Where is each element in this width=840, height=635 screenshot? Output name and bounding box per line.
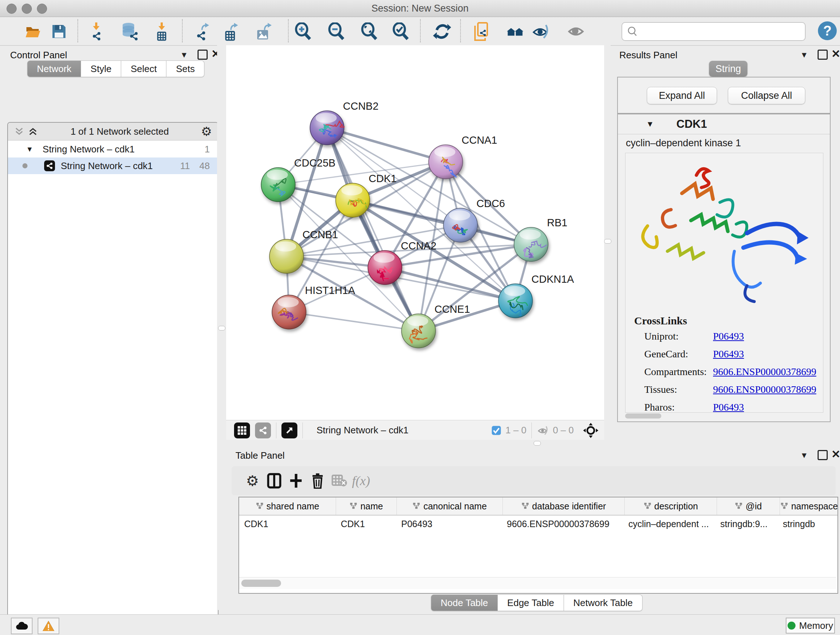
cloud-status-button[interactable] <box>11 618 33 634</box>
node-CDKN1A[interactable]: CDKN1A <box>499 273 574 318</box>
toggle-visibility-button[interactable] <box>531 22 550 41</box>
column-header--id[interactable]: @id <box>717 497 780 515</box>
function-builder-icon-disabled: f(x) <box>350 470 372 492</box>
memory-button[interactable]: Memory <box>786 618 835 633</box>
collapse-panel-icon[interactable]: ▼ <box>800 50 808 60</box>
delete-column-trash-icon[interactable] <box>307 470 328 492</box>
crosslink-value[interactable]: P06493 <box>713 348 744 360</box>
refresh-icon <box>433 22 451 41</box>
results-panel: Results Panel ▼ ✕ String Expand All Coll… <box>611 45 840 440</box>
window-title: Session: New Session <box>0 3 840 14</box>
table-cell: CDK1 <box>239 516 336 532</box>
gear-icon[interactable]: ⚙ <box>201 124 212 139</box>
crosslink-value[interactable]: P06493 <box>713 402 744 413</box>
float-panel-icon[interactable] <box>818 50 828 60</box>
node-label-CCNB1: CCNB1 <box>302 229 338 241</box>
add-column-icon[interactable] <box>285 470 307 492</box>
zoom-selected-button[interactable] <box>392 22 410 41</box>
results-hscrollbar[interactable] <box>625 413 661 418</box>
column-header-name[interactable]: name <box>336 497 397 515</box>
node-label-CDC6: CDC6 <box>477 198 505 209</box>
copy-documents-icon <box>473 21 492 42</box>
column-header-namespace[interactable]: namespace <box>780 497 838 515</box>
copy-network-button[interactable] <box>473 22 492 41</box>
collapse-panel-icon[interactable]: ▼ <box>180 50 188 60</box>
gene-expander-icon[interactable]: ▼ <box>646 119 654 129</box>
hidden-counts: 0 – 0 <box>553 424 574 436</box>
float-panel-icon[interactable] <box>197 50 208 60</box>
column-header-shared-name[interactable]: shared name <box>239 497 336 515</box>
network-canvas[interactable]: CCNB2 CCNA1 CDC25B CDK1 CDC6 RB1 <box>226 45 604 420</box>
import-network-from-database-button[interactable] <box>120 22 139 41</box>
node-label-RB1: RB1 <box>547 217 567 228</box>
export-network-button[interactable] <box>194 22 212 41</box>
birds-eye-view-button[interactable] <box>234 423 250 439</box>
column-header-description[interactable]: description <box>625 497 717 515</box>
float-panel-icon[interactable] <box>818 450 828 460</box>
node-RB1[interactable]: RB1 <box>514 217 567 261</box>
zoom-out-button[interactable] <box>327 22 346 41</box>
toolbar-separator <box>420 19 421 42</box>
search-input[interactable] <box>641 26 805 38</box>
column-header-canonical-name[interactable]: canonical name <box>397 497 503 515</box>
network-row-selected[interactable]: String Network – cdk1 11 48 <box>8 157 218 174</box>
warning-status-button[interactable] <box>38 618 59 634</box>
export-image-button[interactable] <box>256 22 274 41</box>
tab-node-table[interactable]: Node Table <box>431 594 498 611</box>
bottom-splitter[interactable] <box>226 440 840 447</box>
main-toolbar: ? <box>0 17 840 46</box>
collapse-all-button[interactable]: Collapse All <box>728 87 805 104</box>
pan-crosshair-icon[interactable] <box>583 423 598 438</box>
toolbar-separator <box>288 19 289 42</box>
zoom-fit-button[interactable] <box>360 22 379 41</box>
tree-expander-icon[interactable]: ▼ <box>26 145 33 154</box>
tab-network[interactable]: Network <box>27 60 81 77</box>
control-panel: Control Panel ▼ ✕ Network Style Select S… <box>0 45 226 610</box>
help-button[interactable]: ? <box>818 21 837 40</box>
right-splitter[interactable] <box>604 45 611 440</box>
table-settings-gear-icon[interactable]: ⚙ <box>242 470 264 492</box>
tab-edge-table[interactable]: Edge Table <box>498 594 564 611</box>
open-session-button[interactable] <box>24 22 42 41</box>
tab-string[interactable]: String <box>709 61 747 77</box>
save-session-button[interactable] <box>50 22 68 41</box>
tab-network-table[interactable]: Network Table <box>564 594 643 611</box>
results-panel-title: Results Panel <box>619 50 677 61</box>
crosslink-value[interactable]: 9606.ENSP00000378699 <box>713 366 816 378</box>
tab-select[interactable]: Select <box>121 60 166 77</box>
close-panel-icon[interactable]: ✕ <box>831 448 840 461</box>
node-label-HIST1H1A: HIST1H1A <box>305 285 355 296</box>
status-bar: Memory <box>0 614 840 635</box>
column-header-database-identifier[interactable]: database identifier <box>503 497 625 515</box>
open-in-new-window-button[interactable] <box>281 423 297 439</box>
node-CCNA1[interactable]: CCNA1 <box>429 134 497 179</box>
expand-all-button[interactable]: Expand All <box>647 87 717 104</box>
crosslink-label: Tissues: <box>644 384 713 395</box>
table-cell: stringdb:9... <box>715 516 778 532</box>
selected-checkbox-icon[interactable] <box>491 425 502 436</box>
import-network-button[interactable] <box>87 22 106 41</box>
table-hscrollbar[interactable] <box>239 577 836 589</box>
collapse-panel-icon[interactable]: ▼ <box>800 451 808 460</box>
show-columns-icon[interactable] <box>264 470 285 492</box>
crosslink-label: GeneCard: <box>644 348 713 360</box>
collapse-all-icon[interactable] <box>14 126 25 137</box>
refresh-button[interactable] <box>433 22 452 41</box>
network-collection-row[interactable]: ▼ String Network – cdk1 1 <box>8 141 218 157</box>
crosslink-value[interactable]: 9606.ENSP00000378699 <box>713 384 816 395</box>
left-splitter[interactable] <box>217 45 226 610</box>
crosslink-value[interactable]: P06493 <box>713 331 744 342</box>
export-table-button[interactable] <box>223 22 241 41</box>
node-HIST1H1A[interactable]: HIST1H1A <box>272 285 355 329</box>
import-table-button[interactable] <box>152 22 171 41</box>
show-all-networks-button[interactable] <box>505 22 524 41</box>
network-view-title: String Network – cdk1 <box>317 424 409 436</box>
zoom-in-button[interactable] <box>294 22 313 41</box>
table-row[interactable]: CDK1CDK1P064939606.ENSP00000378699cyclin… <box>239 516 837 532</box>
tab-style[interactable]: Style <box>81 60 121 77</box>
node-count: 11 <box>180 160 190 172</box>
close-panel-icon[interactable]: ✕ <box>831 48 840 60</box>
search-box[interactable] <box>622 22 806 41</box>
expand-all-icon[interactable] <box>27 126 38 137</box>
tab-sets[interactable]: Sets <box>166 60 204 77</box>
